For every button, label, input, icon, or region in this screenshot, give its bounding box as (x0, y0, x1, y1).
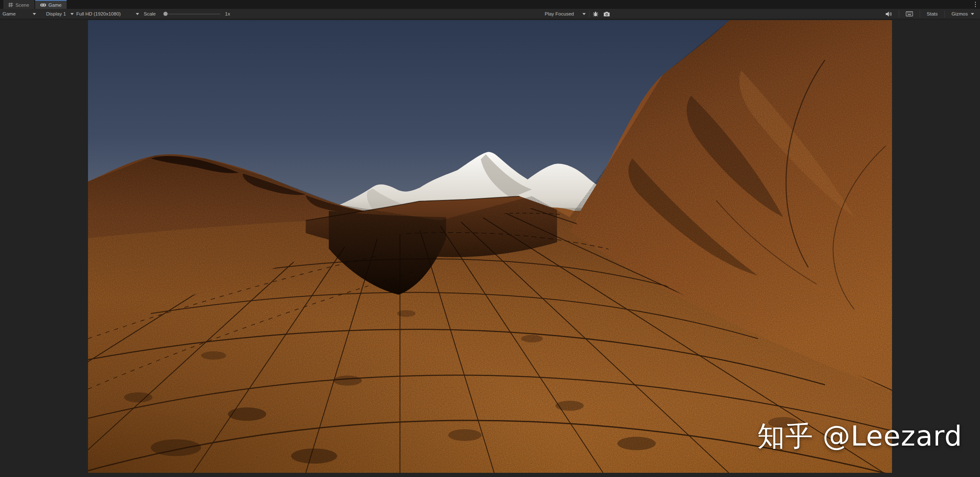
play-mode-dropdown[interactable]: Play Focused (545, 9, 574, 19)
view-dropdown[interactable]: Game (3, 9, 16, 19)
scale-slider[interactable] (164, 9, 220, 19)
chevron-down-icon (33, 13, 36, 15)
game-view-area (0, 19, 980, 477)
play-mode-label: Play Focused (545, 11, 574, 16)
debug-toggle-button[interactable] (590, 9, 601, 19)
mars-terrain-render (88, 20, 892, 473)
camera-icon (603, 11, 610, 17)
tab-game-label: Game (49, 3, 62, 8)
gamepad-icon (40, 3, 46, 7)
resolution-dropdown-label: Full HD (1920x1080) (76, 11, 121, 16)
tab-scene-label: Scene (16, 3, 29, 8)
game-view-toolbar: Game Display 1 Full HD (1920x1080) Scale… (0, 9, 980, 19)
display-dropdown-label: Display 1 (46, 11, 66, 16)
display-dropdown[interactable]: Display 1 (46, 9, 66, 19)
stats-label: Stats (927, 11, 938, 16)
gizmos-dropdown[interactable]: Gizmos (949, 9, 977, 19)
bug-icon (592, 11, 599, 17)
keyboard-shortcuts-button[interactable] (903, 9, 915, 19)
grid-icon (8, 3, 13, 7)
tab-game[interactable]: Game (35, 0, 67, 9)
view-dropdown-label: Game (3, 11, 16, 16)
watermark-text: 知乎 @Leezard (757, 417, 962, 455)
scale-label: Scale (144, 9, 156, 19)
chevron-down-icon (582, 13, 586, 15)
unity-editor-window: Scene Game Game Display 1 Full HD (1920x… (0, 0, 980, 477)
tab-bar: Scene Game (0, 0, 980, 9)
chevron-down-icon (136, 13, 139, 15)
mute-audio-button[interactable] (883, 9, 895, 19)
speaker-icon (886, 11, 892, 17)
kebab-menu-icon[interactable] (975, 2, 976, 7)
stats-button[interactable]: Stats (924, 9, 940, 19)
keyboard-icon (906, 11, 913, 16)
gizmos-label: Gizmos (952, 11, 968, 16)
chevron-down-icon (70, 13, 74, 15)
resolution-dropdown[interactable]: Full HD (1920x1080) (76, 9, 121, 19)
scale-slider-knob[interactable] (163, 12, 168, 16)
chevron-down-icon (971, 13, 974, 15)
screenshot-button[interactable] (601, 9, 613, 19)
tab-scene[interactable]: Scene (3, 0, 34, 9)
scale-value: 1x (225, 9, 230, 19)
game-render-viewport[interactable] (88, 20, 892, 473)
